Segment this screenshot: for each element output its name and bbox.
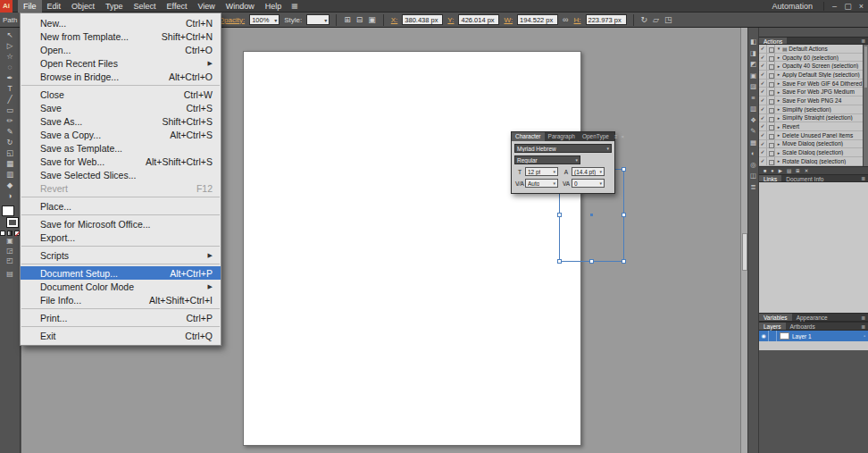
tab-appearance[interactable]: Appearance <box>792 314 832 321</box>
font-style-dropdown[interactable]: Regular▾ <box>514 155 580 164</box>
selection-tool[interactable]: ↖ <box>2 29 19 40</box>
blend-tool[interactable]: ◑ <box>2 190 19 201</box>
file-menu-item[interactable]: New from Template... Shift+Ctrl+N <box>21 29 221 43</box>
expand-arrow-icon[interactable] <box>775 106 782 112</box>
file-menu-item[interactable]: Revert F12 <box>21 181 221 195</box>
action-row[interactable]: ✓ Simplify Straight (selection) <box>759 114 868 123</box>
file-menu-item[interactable]: Save as Template... <box>21 141 221 155</box>
selection-handle[interactable] <box>622 167 626 172</box>
isolate-mode-icon[interactable]: ◳ <box>662 15 675 24</box>
action-row[interactable]: ✓ Delete Unused Panel Items <box>759 131 868 140</box>
tab-variables[interactable]: Variables <box>759 314 792 321</box>
action-row[interactable]: ✓ Apply Default Style (selection) <box>759 71 868 80</box>
file-menu-item[interactable]: Browse in Bridge... Alt+Ctrl+O <box>21 70 221 83</box>
action-enabled-checkbox[interactable]: ✓ <box>759 88 767 96</box>
action-enabled-checkbox[interactable]: ✓ <box>759 157 767 165</box>
x-label[interactable]: X: <box>391 16 398 24</box>
font-family-dropdown[interactable]: Myriad Hebrew▾ <box>514 144 612 153</box>
file-menu-item[interactable]: New... Ctrl+N <box>21 16 221 29</box>
paintbrush-tool[interactable]: ✏ <box>2 115 19 126</box>
expand-arrow-icon[interactable] <box>775 141 782 147</box>
tab-document-info[interactable]: Document Info <box>781 175 828 181</box>
file-menu-item[interactable]: Open... Ctrl+O <box>21 43 221 56</box>
align-objects-icon[interactable]: ⊞ <box>341 15 354 24</box>
action-row[interactable]: ✓ Scale Dialog (selection) <box>759 148 868 157</box>
opacity-label[interactable]: Opacity: <box>219 16 245 24</box>
expand-arrow-icon[interactable] <box>775 46 782 51</box>
action-dialog-toggle[interactable] <box>767 88 775 96</box>
action-dialog-toggle[interactable] <box>767 45 775 53</box>
file-menu-item[interactable]: Scripts ▶ <box>21 248 221 262</box>
link-dimensions-icon[interactable]: ∞ <box>560 15 571 24</box>
draw-normal-mode-button[interactable]: ▣ <box>2 236 19 246</box>
action-dialog-toggle[interactable] <box>767 140 775 148</box>
tab-layers[interactable]: Layers <box>759 323 786 330</box>
screen-mode-button[interactable]: ▤ <box>2 269 19 279</box>
direct-selection-tool[interactable]: ▷ <box>2 40 19 51</box>
action-row[interactable]: ✓ Revert <box>759 122 868 131</box>
menubar-item[interactable]: Window <box>221 0 260 13</box>
action-enabled-checkbox[interactable]: ✓ <box>759 62 767 70</box>
selection-handle[interactable] <box>557 213 562 217</box>
file-menu-item[interactable]: Print... Ctrl+P <box>21 311 221 324</box>
tab-artboards[interactable]: Artboards <box>786 323 820 330</box>
action-dialog-toggle[interactable] <box>767 157 775 165</box>
tab-links[interactable]: Links <box>759 175 781 181</box>
action-enabled-checkbox[interactable]: ✓ <box>759 122 767 130</box>
y-label[interactable]: Y: <box>447 16 454 24</box>
type-tool[interactable]: T <box>2 83 19 94</box>
tab-character[interactable]: Character <box>512 132 545 141</box>
file-menu-item[interactable]: Close Ctrl+W <box>21 88 221 101</box>
stroke-panel-icon[interactable]: ≡ <box>748 93 758 105</box>
h-input[interactable]: 223.973 px <box>586 14 627 25</box>
file-menu-item[interactable]: File Info... Alt+Shift+Ctrl+I <box>21 293 221 306</box>
action-enabled-checkbox[interactable]: ✓ <box>759 54 767 62</box>
file-menu-item[interactable]: Export... <box>21 231 221 244</box>
distribute-objects-icon[interactable]: ⊟ <box>354 15 366 24</box>
expand-arrow-icon[interactable] <box>775 158 782 164</box>
fill-swatch[interactable] <box>2 206 14 216</box>
file-menu-item[interactable]: Place... <box>21 199 221 213</box>
font-size-input[interactable]: 12 pt▾ <box>525 167 558 176</box>
action-row[interactable]: ✓ Default Actions <box>759 45 868 54</box>
leading-input[interactable]: (14.4 pt)▾ <box>572 167 605 176</box>
layer-thumbnail[interactable] <box>780 332 789 340</box>
panel-menu-icon[interactable]: ≡ <box>613 132 620 141</box>
lock-toggle[interactable] <box>769 331 777 341</box>
menubar-item[interactable]: File <box>18 0 42 13</box>
artboard[interactable] <box>243 51 581 446</box>
close-button[interactable]: × <box>855 0 868 13</box>
scale-tool[interactable]: ◱ <box>2 147 19 158</box>
panel-menu-icon[interactable]: ≣ <box>858 314 868 321</box>
minimize-button[interactable]: – <box>828 0 841 13</box>
file-menu-item[interactable]: Document Setup... Alt+Ctrl+P <box>21 266 221 280</box>
expand-arrow-icon[interactable] <box>775 97 782 103</box>
workspace-switcher[interactable]: Automation <box>764 0 820 13</box>
expand-arrow-icon[interactable] <box>775 71 782 77</box>
action-dialog-toggle[interactable] <box>767 80 775 88</box>
style-dropdown[interactable]: ▾ <box>306 14 330 25</box>
color-panel-icon[interactable]: ◧ <box>748 37 758 48</box>
stroke-swatch[interactable] <box>6 217 19 228</box>
action-row[interactable]: ✓ Save For Web JPG Medium <box>759 88 868 96</box>
rotate-field-icon[interactable]: ↻ <box>638 15 651 24</box>
draw-inside-mode-button[interactable]: ◰ <box>2 256 19 265</box>
file-menu-item[interactable]: Save Selected Slices... <box>21 168 221 181</box>
menubar-item[interactable]: Type <box>100 0 129 13</box>
action-enabled-checkbox[interactable]: ✓ <box>759 71 767 79</box>
expand-arrow-icon[interactable] <box>775 80 782 86</box>
action-dialog-toggle[interactable] <box>767 96 775 105</box>
expand-arrow-icon[interactable] <box>775 150 782 155</box>
tracking-input[interactable]: 0▾ <box>572 179 605 188</box>
layer-row[interactable]: ◉ Layer 1 ▫ <box>759 331 868 341</box>
document-setup-shortcut-icon[interactable]: ▣ <box>365 15 379 24</box>
menubar-item[interactable]: Effect <box>162 0 193 13</box>
expand-arrow-icon[interactable] <box>775 89 782 95</box>
file-menu-item[interactable]: Open Recent Files ▶ <box>21 56 221 70</box>
selection-handle[interactable] <box>557 259 562 264</box>
y-input[interactable]: 426.014 px <box>458 14 499 25</box>
tab-paragraph[interactable]: Paragraph <box>545 132 579 141</box>
pathfinder-panel-icon[interactable]: ◫ <box>748 171 758 182</box>
action-dialog-toggle[interactable] <box>767 148 775 156</box>
symbols-panel-icon[interactable]: ❖ <box>748 115 758 127</box>
